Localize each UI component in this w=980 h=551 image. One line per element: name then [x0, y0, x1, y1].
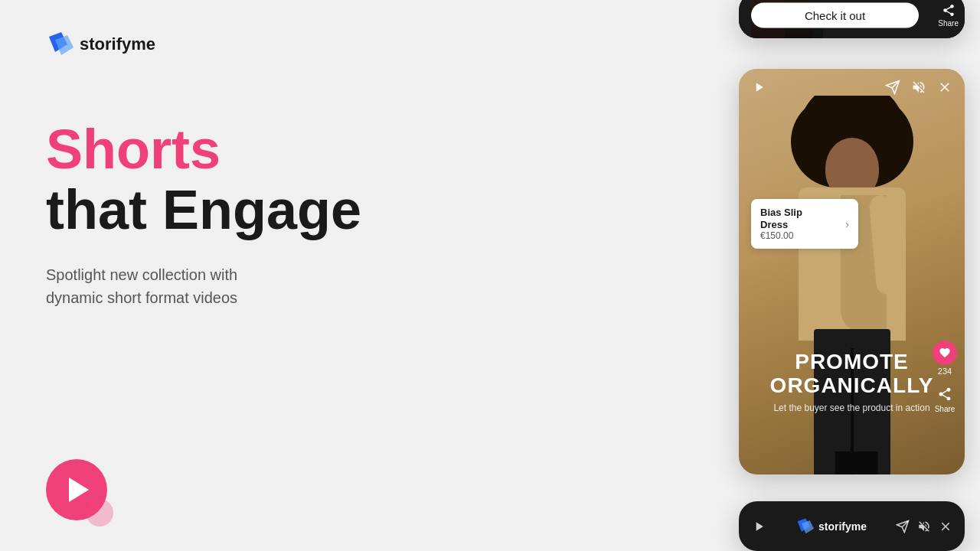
top-share-label: Share: [938, 19, 959, 28]
play-icon: [69, 478, 89, 502]
phone-close-icon[interactable]: [937, 80, 952, 95]
share-label: Share: [935, 405, 956, 413]
check-it-out-button[interactable]: Check it out: [751, 3, 919, 28]
bottom-close-icon[interactable]: [939, 520, 952, 533]
heart-icon: [939, 347, 951, 359]
bottom-mute-icon[interactable]: [917, 520, 931, 533]
subtext-line1: Spotlight new collection with: [46, 266, 237, 283]
product-name: Bias SlipDress: [760, 207, 802, 230]
bottom-play-icon[interactable]: [751, 519, 766, 534]
middle-phone-content: Bias SlipDress €150.00 › PROMOTE ORGANIC…: [739, 69, 965, 474]
left-panel: storifyme Shorts that Engage Spotlight n…: [0, 0, 658, 551]
phone-play-icon[interactable]: [751, 80, 766, 95]
play-button[interactable]: [46, 459, 107, 520]
phone-mute-icon[interactable]: [911, 80, 926, 95]
model-area: [739, 96, 965, 474]
product-price: €150.00: [760, 230, 802, 241]
top-phone-frame: Check it out Share: [739, 0, 965, 38]
bottom-phone-icons: [896, 520, 952, 533]
bottom-send-icon[interactable]: [896, 520, 910, 533]
promote-title-line2: ORGANICALLY: [739, 374, 965, 398]
logo: storifyme: [46, 31, 612, 58]
bottom-phone-content: storifyme: [739, 501, 965, 551]
headline-engage: that Engage: [46, 180, 612, 240]
logo-text: storifyme: [80, 34, 155, 54]
side-actions: 234 Share: [933, 341, 957, 413]
promote-overlay: PROMOTE ORGANICALLY Let the buyer see th…: [739, 350, 965, 413]
phone-header: [739, 69, 965, 106]
middle-phone-frame: Bias SlipDress €150.00 › PROMOTE ORGANIC…: [739, 69, 965, 474]
right-panel: Check it out Share: [658, 0, 980, 551]
phone-send-icon[interactable]: [885, 80, 900, 95]
subtext-line2: dynamic short format videos: [46, 289, 237, 306]
heart-button[interactable]: [933, 341, 957, 365]
promote-subtitle: Let the buyer see the product in action: [739, 403, 965, 413]
headline: Shorts that Engage: [46, 119, 612, 240]
top-share-button[interactable]: Share: [938, 4, 959, 28]
bottom-logo-icon: [795, 517, 814, 536]
logo-icon: [46, 31, 74, 58]
bottom-logo-text: storifyme: [818, 520, 867, 533]
headline-shorts: Shorts: [46, 119, 612, 180]
like-count: 234: [938, 367, 952, 376]
product-info: Bias SlipDress €150.00: [760, 207, 802, 241]
subtext: Spotlight new collection with dynamic sh…: [46, 263, 337, 309]
share-button[interactable]: Share: [935, 386, 956, 413]
bottom-logo-area: storifyme: [779, 517, 884, 536]
product-chevron-icon: ›: [845, 218, 849, 230]
promote-title-line1: PROMOTE: [739, 350, 965, 374]
share-icon: [937, 386, 952, 402]
bottom-phone-frame: storifyme: [739, 501, 965, 551]
share-icon: [942, 4, 956, 18]
top-phone-content: Check it out Share: [739, 0, 965, 38]
header-icons-right: [885, 80, 952, 95]
product-card[interactable]: Bias SlipDress €150.00 ›: [751, 199, 858, 249]
